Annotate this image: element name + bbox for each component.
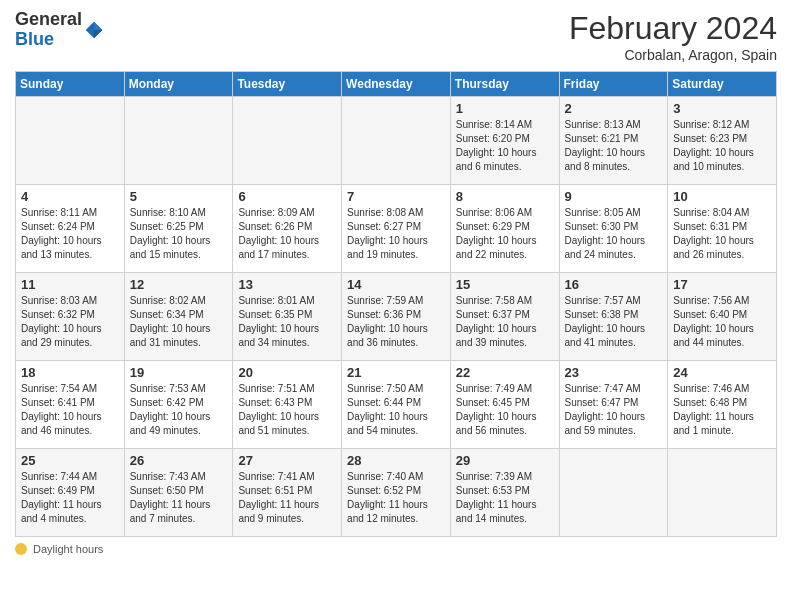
calendar-cell: 26Sunrise: 7:43 AMSunset: 6:50 PMDayligh… bbox=[124, 449, 233, 537]
day-number: 10 bbox=[673, 189, 771, 204]
day-number: 24 bbox=[673, 365, 771, 380]
title-section: February 2024 Corbalan, Aragon, Spain bbox=[569, 10, 777, 63]
calendar-cell: 10Sunrise: 8:04 AMSunset: 6:31 PMDayligh… bbox=[668, 185, 777, 273]
calendar-cell bbox=[16, 97, 125, 185]
day-number: 25 bbox=[21, 453, 119, 468]
cell-text: Sunrise: 7:40 AMSunset: 6:52 PMDaylight:… bbox=[347, 470, 445, 526]
day-number: 3 bbox=[673, 101, 771, 116]
subtitle: Corbalan, Aragon, Spain bbox=[569, 47, 777, 63]
header: General Blue February 2024 Corbalan, Ara… bbox=[15, 10, 777, 63]
calendar-cell: 24Sunrise: 7:46 AMSunset: 6:48 PMDayligh… bbox=[668, 361, 777, 449]
calendar-cell: 29Sunrise: 7:39 AMSunset: 6:53 PMDayligh… bbox=[450, 449, 559, 537]
cell-text: Sunrise: 7:43 AMSunset: 6:50 PMDaylight:… bbox=[130, 470, 228, 526]
day-number: 26 bbox=[130, 453, 228, 468]
calendar-cell: 22Sunrise: 7:49 AMSunset: 6:45 PMDayligh… bbox=[450, 361, 559, 449]
week-row-3: 18Sunrise: 7:54 AMSunset: 6:41 PMDayligh… bbox=[16, 361, 777, 449]
calendar-cell bbox=[668, 449, 777, 537]
cell-text: Sunrise: 8:13 AMSunset: 6:21 PMDaylight:… bbox=[565, 118, 663, 174]
col-thursday: Thursday bbox=[450, 72, 559, 97]
day-number: 9 bbox=[565, 189, 663, 204]
day-number: 23 bbox=[565, 365, 663, 380]
cell-text: Sunrise: 7:59 AMSunset: 6:36 PMDaylight:… bbox=[347, 294, 445, 350]
calendar-cell: 12Sunrise: 8:02 AMSunset: 6:34 PMDayligh… bbox=[124, 273, 233, 361]
calendar-cell: 7Sunrise: 8:08 AMSunset: 6:27 PMDaylight… bbox=[342, 185, 451, 273]
calendar-cell: 6Sunrise: 8:09 AMSunset: 6:26 PMDaylight… bbox=[233, 185, 342, 273]
week-row-0: 1Sunrise: 8:14 AMSunset: 6:20 PMDaylight… bbox=[16, 97, 777, 185]
cell-text: Sunrise: 8:05 AMSunset: 6:30 PMDaylight:… bbox=[565, 206, 663, 262]
col-monday: Monday bbox=[124, 72, 233, 97]
calendar-cell: 17Sunrise: 7:56 AMSunset: 6:40 PMDayligh… bbox=[668, 273, 777, 361]
footer: Daylight hours bbox=[15, 543, 777, 555]
cell-text: Sunrise: 8:04 AMSunset: 6:31 PMDaylight:… bbox=[673, 206, 771, 262]
calendar-cell: 9Sunrise: 8:05 AMSunset: 6:30 PMDaylight… bbox=[559, 185, 668, 273]
logo: General Blue bbox=[15, 10, 104, 50]
calendar-cell bbox=[559, 449, 668, 537]
col-sunday: Sunday bbox=[16, 72, 125, 97]
day-number: 11 bbox=[21, 277, 119, 292]
calendar-cell: 18Sunrise: 7:54 AMSunset: 6:41 PMDayligh… bbox=[16, 361, 125, 449]
calendar-cell: 19Sunrise: 7:53 AMSunset: 6:42 PMDayligh… bbox=[124, 361, 233, 449]
day-number: 20 bbox=[238, 365, 336, 380]
cell-text: Sunrise: 7:54 AMSunset: 6:41 PMDaylight:… bbox=[21, 382, 119, 438]
cell-text: Sunrise: 8:14 AMSunset: 6:20 PMDaylight:… bbox=[456, 118, 554, 174]
main-container: General Blue February 2024 Corbalan, Ara… bbox=[0, 0, 792, 565]
cell-text: Sunrise: 7:47 AMSunset: 6:47 PMDaylight:… bbox=[565, 382, 663, 438]
col-friday: Friday bbox=[559, 72, 668, 97]
calendar-cell: 4Sunrise: 8:11 AMSunset: 6:24 PMDaylight… bbox=[16, 185, 125, 273]
day-number: 2 bbox=[565, 101, 663, 116]
day-number: 29 bbox=[456, 453, 554, 468]
calendar-cell: 21Sunrise: 7:50 AMSunset: 6:44 PMDayligh… bbox=[342, 361, 451, 449]
logo-text: General Blue bbox=[15, 10, 82, 50]
calendar-cell: 27Sunrise: 7:41 AMSunset: 6:51 PMDayligh… bbox=[233, 449, 342, 537]
day-number: 1 bbox=[456, 101, 554, 116]
cell-text: Sunrise: 7:46 AMSunset: 6:48 PMDaylight:… bbox=[673, 382, 771, 438]
day-number: 7 bbox=[347, 189, 445, 204]
calendar-cell: 2Sunrise: 8:13 AMSunset: 6:21 PMDaylight… bbox=[559, 97, 668, 185]
calendar-cell: 1Sunrise: 8:14 AMSunset: 6:20 PMDaylight… bbox=[450, 97, 559, 185]
cell-text: Sunrise: 7:44 AMSunset: 6:49 PMDaylight:… bbox=[21, 470, 119, 526]
cell-text: Sunrise: 8:08 AMSunset: 6:27 PMDaylight:… bbox=[347, 206, 445, 262]
day-number: 27 bbox=[238, 453, 336, 468]
cell-text: Sunrise: 7:56 AMSunset: 6:40 PMDaylight:… bbox=[673, 294, 771, 350]
day-number: 28 bbox=[347, 453, 445, 468]
cell-text: Sunrise: 7:53 AMSunset: 6:42 PMDaylight:… bbox=[130, 382, 228, 438]
day-number: 12 bbox=[130, 277, 228, 292]
calendar-cell: 25Sunrise: 7:44 AMSunset: 6:49 PMDayligh… bbox=[16, 449, 125, 537]
week-row-2: 11Sunrise: 8:03 AMSunset: 6:32 PMDayligh… bbox=[16, 273, 777, 361]
week-row-1: 4Sunrise: 8:11 AMSunset: 6:24 PMDaylight… bbox=[16, 185, 777, 273]
calendar-cell: 15Sunrise: 7:58 AMSunset: 6:37 PMDayligh… bbox=[450, 273, 559, 361]
day-number: 8 bbox=[456, 189, 554, 204]
cell-text: Sunrise: 8:02 AMSunset: 6:34 PMDaylight:… bbox=[130, 294, 228, 350]
day-number: 18 bbox=[21, 365, 119, 380]
daylight-label: Daylight hours bbox=[33, 543, 103, 555]
day-number: 21 bbox=[347, 365, 445, 380]
cell-text: Sunrise: 7:51 AMSunset: 6:43 PMDaylight:… bbox=[238, 382, 336, 438]
day-number: 19 bbox=[130, 365, 228, 380]
day-number: 15 bbox=[456, 277, 554, 292]
day-number: 6 bbox=[238, 189, 336, 204]
calendar-cell bbox=[124, 97, 233, 185]
calendar-cell: 3Sunrise: 8:12 AMSunset: 6:23 PMDaylight… bbox=[668, 97, 777, 185]
cell-text: Sunrise: 8:09 AMSunset: 6:26 PMDaylight:… bbox=[238, 206, 336, 262]
week-row-4: 25Sunrise: 7:44 AMSunset: 6:49 PMDayligh… bbox=[16, 449, 777, 537]
month-title: February 2024 bbox=[569, 10, 777, 47]
header-row: Sunday Monday Tuesday Wednesday Thursday… bbox=[16, 72, 777, 97]
calendar-cell bbox=[233, 97, 342, 185]
cell-text: Sunrise: 8:10 AMSunset: 6:25 PMDaylight:… bbox=[130, 206, 228, 262]
logo-general: General bbox=[15, 9, 82, 29]
cell-text: Sunrise: 7:49 AMSunset: 6:45 PMDaylight:… bbox=[456, 382, 554, 438]
cell-text: Sunrise: 8:06 AMSunset: 6:29 PMDaylight:… bbox=[456, 206, 554, 262]
col-tuesday: Tuesday bbox=[233, 72, 342, 97]
cell-text: Sunrise: 8:11 AMSunset: 6:24 PMDaylight:… bbox=[21, 206, 119, 262]
logo-blue: Blue bbox=[15, 29, 54, 49]
calendar-cell: 23Sunrise: 7:47 AMSunset: 6:47 PMDayligh… bbox=[559, 361, 668, 449]
col-wednesday: Wednesday bbox=[342, 72, 451, 97]
cell-text: Sunrise: 7:39 AMSunset: 6:53 PMDaylight:… bbox=[456, 470, 554, 526]
calendar-table: Sunday Monday Tuesday Wednesday Thursday… bbox=[15, 71, 777, 537]
day-number: 14 bbox=[347, 277, 445, 292]
calendar-cell: 28Sunrise: 7:40 AMSunset: 6:52 PMDayligh… bbox=[342, 449, 451, 537]
calendar-cell bbox=[342, 97, 451, 185]
day-number: 22 bbox=[456, 365, 554, 380]
col-saturday: Saturday bbox=[668, 72, 777, 97]
cell-text: Sunrise: 8:12 AMSunset: 6:23 PMDaylight:… bbox=[673, 118, 771, 174]
